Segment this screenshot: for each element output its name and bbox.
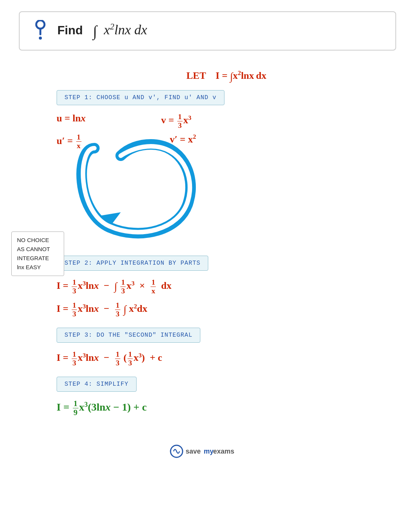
step3-eq: I = 13x3lnx − 13 (13x3) + c [57, 350, 396, 367]
step2-eq1: I = 13x3lnx − ∫ 13x3 × 1x dx [57, 278, 396, 295]
step2-box: STEP 2: APPLY INTEGRATION BY PARTS [57, 256, 208, 271]
u-value: u = lnx [57, 113, 86, 124]
step4-label: STEP 4: SIMPLIFY [65, 381, 129, 388]
step1-label: STEP 1: CHOOSE u AND v′, FIND u′ AND v [65, 94, 217, 101]
main-content: NO CHOICE AS CANNOT INTEGRATE lnx EASY L… [0, 62, 415, 436]
v-value: v = 13x3 [161, 113, 191, 130]
question-box: Find ∫ x2lnx dx [19, 11, 396, 51]
step4-box: STEP 4: SIMPLIFY [57, 377, 137, 392]
step3-label: STEP 3: DO THE "SECOND" INTEGRAL [65, 332, 192, 339]
note-box: NO CHOICE AS CANNOT INTEGRATE lnx EASY [11, 232, 64, 276]
note-line3: INTEGRATE [17, 254, 58, 263]
note-line1: NO CHOICE [17, 236, 58, 245]
brand-logo: save my exams [170, 444, 245, 459]
final-answer: I = 19x3(3lnx − 1) + c [57, 399, 396, 417]
circular-arrow-diagram [72, 137, 200, 242]
step2-eq2: I = 13x3lnx − 13 ∫ x2dx [57, 301, 396, 318]
vars-row-uv: u = lnx v = 13x3 [57, 113, 396, 130]
svg-text:my: my [204, 448, 214, 455]
let-statement: LET I = ∫x2lnx dx [57, 69, 396, 83]
step3-box: STEP 3: DO THE "SECOND" INTEGRAL [57, 328, 200, 343]
step2-label: STEP 2: APPLY INTEGRATION BY PARTS [65, 260, 200, 267]
step1-section: STEP 1: CHOOSE u AND v′, FIND u′ AND v u… [19, 90, 396, 247]
question-text: Find ∫ x2lnx dx [57, 21, 147, 40]
svg-point-2 [39, 37, 42, 40]
step4-section: STEP 4: SIMPLIFY I = 19x3(3lnx − 1) + c [19, 377, 396, 417]
step1-box: STEP 1: CHOOSE u AND v′, FIND u′ AND v [57, 90, 224, 105]
footer: save my exams [0, 436, 415, 468]
step2-section: STEP 2: APPLY INTEGRATION BY PARTS I = 1… [19, 256, 396, 318]
note-line2: AS CANNOT [17, 245, 58, 254]
step3-section: STEP 3: DO THE "SECOND" INTEGRAL I = 13x… [19, 328, 396, 367]
svg-point-0 [36, 20, 45, 29]
svg-text:save: save [186, 448, 201, 455]
vars-primes-area: u′ = 1x v′ = x2 [57, 133, 396, 246]
question-mark-icon [31, 20, 50, 42]
note-line4: lnx EASY [17, 263, 58, 272]
svg-text:exams: exams [213, 448, 234, 455]
